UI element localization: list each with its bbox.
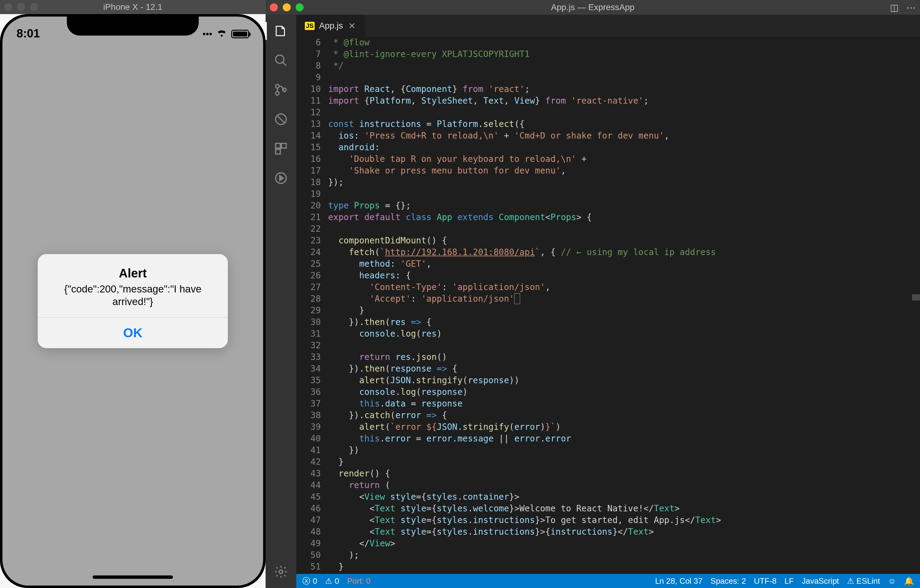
svg-rect-5 bbox=[276, 144, 280, 148]
battery-icon bbox=[231, 30, 249, 38]
status-time: 8:01 bbox=[16, 27, 40, 40]
svg-rect-7 bbox=[276, 149, 280, 154]
status-encoding[interactable]: UTF-8 bbox=[754, 576, 776, 586]
status-bar: ⓧ 0 ⚠ 0 Port: 0 Ln 28, Col 37 Spaces: 2 … bbox=[296, 574, 920, 588]
svg-point-1 bbox=[276, 85, 279, 88]
gear-icon[interactable] bbox=[272, 563, 290, 581]
svg-point-2 bbox=[276, 92, 279, 95]
svg-point-9 bbox=[279, 570, 283, 573]
search-icon[interactable] bbox=[272, 52, 290, 69]
alert-dialog: Alert {"code":200,"message":"I have arri… bbox=[38, 254, 228, 348]
status-eol[interactable]: LF bbox=[784, 576, 794, 586]
device-notch bbox=[67, 16, 199, 36]
activity-bar bbox=[266, 15, 296, 588]
status-errors[interactable]: ⓧ 0 bbox=[302, 576, 317, 586]
wifi-icon bbox=[217, 29, 227, 39]
debug-icon[interactable] bbox=[272, 110, 290, 128]
alert-title: Alert bbox=[49, 267, 217, 280]
ios-simulator: iPhone X - 12.1 8:01 ••• A bbox=[0, 0, 266, 588]
status-icons: ••• bbox=[202, 29, 249, 39]
tab-label: App.js bbox=[319, 21, 343, 31]
status-eslint[interactable]: ⚠ ESLint bbox=[847, 576, 880, 586]
status-warnings[interactable]: ⚠ 0 bbox=[325, 576, 339, 586]
vscode-window: App.js — ExpressApp ◫ ⋯ bbox=[266, 0, 920, 588]
status-port[interactable]: Port: 0 bbox=[347, 576, 371, 586]
window-title: App.js — ExpressApp bbox=[266, 2, 920, 12]
extensions-icon[interactable] bbox=[272, 140, 290, 158]
home-indicator[interactable] bbox=[92, 575, 173, 579]
simulator-titlebar: iPhone X - 12.1 bbox=[0, 0, 266, 14]
more-icon[interactable]: ⋯ bbox=[907, 2, 916, 13]
code-content[interactable]: * @flow * @lint-ignore-every XPLATJSCOPY… bbox=[328, 37, 920, 574]
simulator-title: iPhone X - 12.1 bbox=[0, 2, 266, 12]
scrollbar[interactable] bbox=[912, 37, 920, 574]
split-editor-icon[interactable]: ◫ bbox=[890, 2, 899, 13]
run-icon[interactable] bbox=[272, 169, 290, 187]
tab-app-js[interactable]: JS App.js ✕ bbox=[296, 15, 365, 37]
feedback-icon[interactable]: ☺ bbox=[888, 576, 896, 586]
alert-message: {"code":200,"message":"I have arrived!"} bbox=[49, 283, 217, 308]
source-control-icon[interactable] bbox=[272, 81, 290, 99]
svg-rect-6 bbox=[282, 144, 286, 148]
explorer-icon[interactable] bbox=[272, 22, 290, 40]
alert-ok-button[interactable]: OK bbox=[38, 317, 228, 348]
tab-close-icon[interactable]: ✕ bbox=[347, 21, 357, 31]
scrollbar-mark bbox=[912, 294, 920, 300]
cellular-icon: ••• bbox=[202, 29, 212, 39]
bell-icon[interactable]: 🔔 bbox=[904, 576, 914, 586]
code-editor[interactable]: 6789101112131415161718192021222324252627… bbox=[296, 37, 920, 574]
js-file-icon: JS bbox=[305, 22, 315, 30]
status-cursor[interactable]: Ln 28, Col 37 bbox=[655, 576, 703, 586]
tab-bar: JS App.js ✕ bbox=[296, 15, 920, 37]
device-frame: 8:01 ••• Alert {"code":200,"message":"I … bbox=[0, 14, 266, 588]
status-lang[interactable]: JavaScript bbox=[802, 576, 839, 586]
svg-point-0 bbox=[276, 55, 284, 63]
status-spaces[interactable]: Spaces: 2 bbox=[711, 576, 746, 586]
line-gutter: 6789101112131415161718192021222324252627… bbox=[296, 37, 328, 574]
vscode-titlebar: App.js — ExpressApp ◫ ⋯ bbox=[266, 0, 920, 15]
